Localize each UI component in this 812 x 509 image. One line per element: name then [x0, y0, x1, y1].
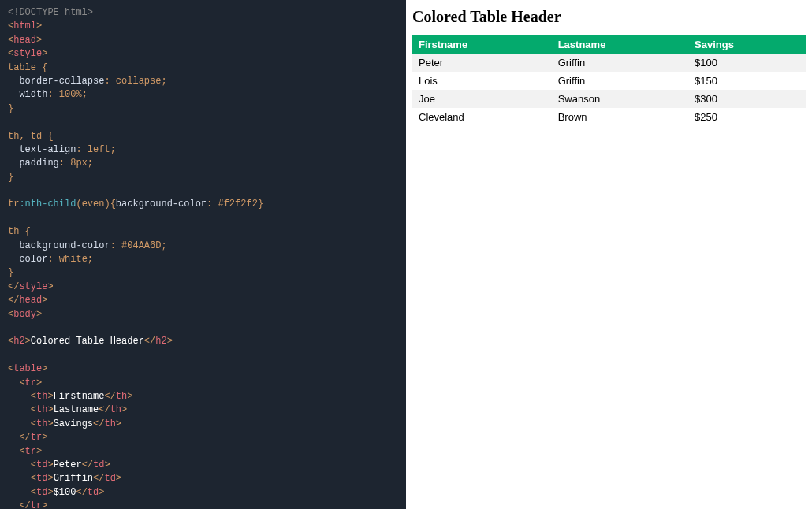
preview-pane: Colored Table Header Firstname Lastname … — [406, 0, 812, 509]
page-title: Colored Table Header — [412, 8, 806, 26]
col-firstname: Firstname — [412, 35, 552, 54]
code-editor[interactable]: <!DOCTYPE html> <html> <head> <style> ta… — [0, 0, 406, 509]
col-savings: Savings — [688, 35, 806, 54]
table-header-row: Firstname Lastname Savings — [412, 35, 806, 54]
table-row: Peter Griffin $100 — [412, 54, 806, 72]
table-row: Lois Griffin $150 — [412, 72, 806, 90]
table-row: Cleveland Brown $250 — [412, 108, 806, 126]
preview-table: Firstname Lastname Savings Peter Griffin… — [412, 35, 806, 126]
code-doctype: <!DOCTYPE html> — [8, 7, 93, 18]
col-lastname: Lastname — [552, 35, 688, 54]
table-row: Joe Swanson $300 — [412, 90, 806, 108]
